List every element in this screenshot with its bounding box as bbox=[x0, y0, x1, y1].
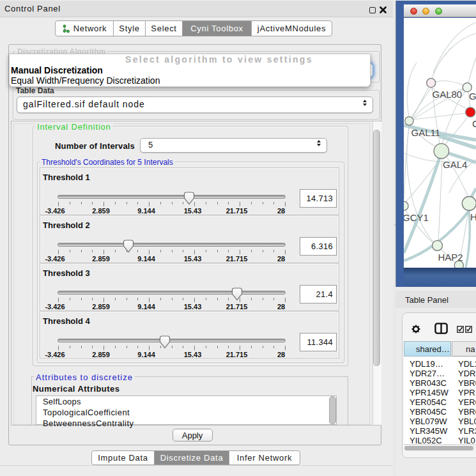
svg-text:GAL11: GAL11 bbox=[411, 127, 441, 138]
svg-text:GCY1: GCY1 bbox=[404, 212, 429, 223]
svg-text:G.: G. bbox=[469, 91, 476, 102]
svg-text:C: C bbox=[472, 118, 476, 129]
svg-text:HAP2: HAP2 bbox=[438, 252, 463, 263]
svg-text:GAL4: GAL4 bbox=[443, 159, 467, 170]
svg-text:H: H bbox=[470, 211, 476, 222]
svg-text:GAL80: GAL80 bbox=[433, 89, 463, 100]
